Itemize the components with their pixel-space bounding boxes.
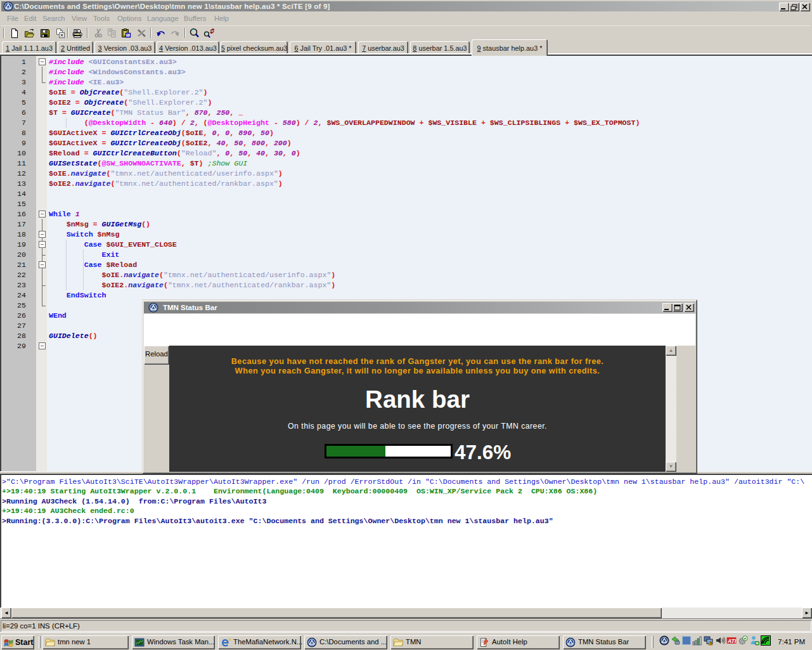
- svg-text:!: !: [710, 642, 711, 646]
- svg-text:ATI: ATI: [727, 638, 737, 644]
